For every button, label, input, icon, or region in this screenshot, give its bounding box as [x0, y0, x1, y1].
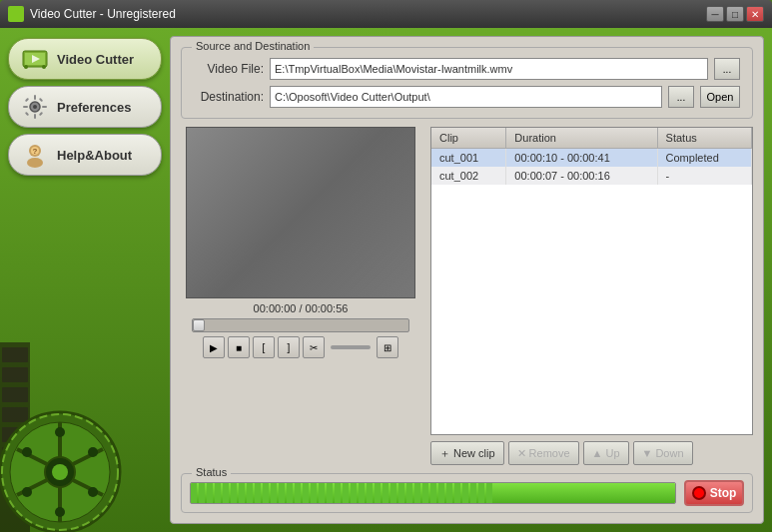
table-row[interactable]: cut_001 00:00:10 - 00:00:41 Completed — [431, 149, 752, 168]
svg-rect-22 — [2, 387, 28, 402]
new-clip-icon: ＋ — [439, 446, 450, 461]
source-dest-title: Source and Destination — [192, 40, 314, 52]
video-file-browse-button[interactable]: ... — [714, 58, 740, 80]
progress-segment — [351, 483, 357, 503]
stop-button[interactable]: ■ — [228, 336, 250, 358]
clips-table-wrapper: Clip Duration Status cut_001 00:00:10 - … — [430, 127, 753, 435]
minimize-button[interactable]: ─ — [706, 6, 724, 22]
progress-segment — [398, 483, 404, 503]
progress-segment — [191, 483, 197, 503]
table-row[interactable]: cut_002 00:00:07 - 00:00:16 - — [431, 167, 752, 185]
destination-browse-button[interactable]: ... — [668, 86, 694, 108]
sidebar-item-video-cutter[interactable]: Video Cutter — [8, 38, 162, 80]
title-bar: Video Cutter - Unregistered ─ □ ✕ — [0, 0, 772, 28]
mark-out-button[interactable]: ] — [278, 336, 300, 358]
svg-point-41 — [88, 447, 98, 457]
svg-point-37 — [55, 507, 65, 517]
svg-point-39 — [88, 487, 98, 497]
video-file-label: Video File: — [194, 62, 264, 76]
progress-segment — [231, 483, 237, 503]
progress-segment — [319, 483, 325, 503]
video-file-input[interactable] — [270, 58, 708, 80]
progress-segment — [470, 483, 476, 503]
controls-row: ▶ ■ [ ] ✂ ⊞ — [203, 336, 398, 358]
progress-segment — [263, 483, 269, 503]
fullscreen-button[interactable]: ⊞ — [377, 336, 398, 358]
destination-input[interactable] — [270, 86, 662, 108]
progress-segment — [303, 483, 309, 503]
cell-clip: cut_001 — [431, 149, 506, 168]
up-button[interactable]: ▲ Up — [583, 441, 629, 465]
svg-rect-14 — [39, 112, 43, 116]
up-icon: ▲ — [592, 447, 603, 459]
progress-segment — [486, 483, 492, 503]
svg-rect-7 — [34, 95, 36, 100]
progress-segment — [359, 483, 365, 503]
clips-panel: Clip Duration Status cut_001 00:00:10 - … — [430, 127, 753, 465]
play-button[interactable]: ▶ — [203, 336, 225, 358]
svg-rect-8 — [34, 114, 36, 119]
film-reel-decoration — [0, 342, 140, 532]
video-panel: 00:00:00 / 00:00:56 ▶ ■ [ ] ✂ ⊞ — [181, 127, 420, 465]
volume-slider[interactable] — [331, 345, 371, 349]
progress-segment — [462, 483, 468, 503]
svg-rect-21 — [2, 367, 28, 382]
svg-point-40 — [22, 487, 32, 497]
stop-icon — [692, 486, 706, 500]
progress-segment — [327, 483, 333, 503]
progress-segment — [207, 483, 213, 503]
progress-segment — [287, 483, 293, 503]
status-label: Status — [192, 466, 231, 478]
cell-duration: 00:00:10 - 00:00:41 — [506, 149, 657, 168]
remove-button[interactable]: ✕ Remove — [508, 441, 579, 465]
svg-rect-12 — [39, 98, 43, 102]
status-panel: Status Stop — [181, 473, 753, 513]
remove-icon: ✕ — [517, 447, 526, 460]
sidebar: Video Cutter Preferences — [0, 28, 170, 532]
new-clip-label: New clip — [453, 447, 495, 459]
progress-segment — [478, 483, 484, 503]
cut-button[interactable]: ✂ — [303, 336, 325, 358]
progress-segment — [271, 483, 277, 503]
open-button[interactable]: Open — [700, 86, 740, 108]
progress-bar-fill — [191, 483, 675, 503]
svg-rect-11 — [25, 98, 29, 102]
preferences-label: Preferences — [57, 100, 131, 115]
maximize-button[interactable]: □ — [726, 6, 744, 22]
clips-buttons: ＋ New clip ✕ Remove ▲ Up ▼ Down — [430, 441, 753, 465]
progress-segment — [255, 483, 261, 503]
seek-bar[interactable] — [192, 318, 409, 332]
help-label: Help&About — [57, 148, 132, 163]
progress-segment — [446, 483, 452, 503]
progress-segment — [406, 483, 412, 503]
middle-section: 00:00:00 / 00:00:56 ▶ ■ [ ] ✂ ⊞ — [181, 127, 753, 465]
close-button[interactable]: ✕ — [746, 6, 764, 22]
progress-segment — [311, 483, 317, 503]
svg-rect-9 — [23, 106, 28, 108]
up-label: Up — [605, 447, 619, 459]
sidebar-item-preferences[interactable]: Preferences — [8, 86, 162, 128]
time-display: 00:00:00 / 00:00:56 — [254, 302, 349, 314]
col-status: Status — [657, 128, 751, 149]
main-content: Source and Destination Video File: ... D… — [170, 36, 764, 524]
seek-thumb — [193, 319, 205, 331]
progress-segment — [367, 483, 373, 503]
destination-label: Destination: — [194, 90, 264, 104]
progress-segment — [438, 483, 444, 503]
cell-status: Completed — [657, 149, 751, 168]
mark-in-button[interactable]: [ — [253, 336, 275, 358]
svg-rect-20 — [2, 347, 28, 362]
svg-point-6 — [33, 105, 37, 109]
progress-segment — [375, 483, 381, 503]
cell-duration: 00:00:07 - 00:00:16 — [506, 167, 657, 185]
sidebar-item-help[interactable]: ? Help&About — [8, 134, 162, 176]
preferences-icon — [21, 93, 49, 121]
svg-point-16 — [27, 158, 43, 168]
destination-row: Destination: ... Open — [194, 86, 740, 108]
progress-segment — [343, 483, 349, 503]
down-button[interactable]: ▼ Down — [633, 441, 693, 465]
app-body: Video Cutter Preferences — [0, 28, 772, 532]
stop-button[interactable]: Stop — [684, 480, 744, 506]
svg-rect-10 — [42, 106, 47, 108]
new-clip-button[interactable]: ＋ New clip — [430, 441, 504, 465]
